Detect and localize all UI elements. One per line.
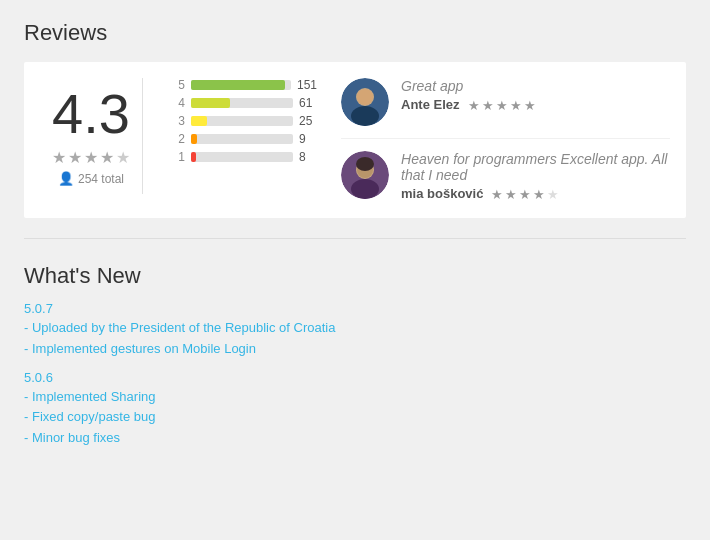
bar-chart: 51514613252918 [175, 78, 317, 164]
bar-fill-5 [191, 80, 285, 90]
rating-summary: 4.3 ★ ★ ★ ★ ★ 👤 254 total [40, 78, 143, 194]
bar-value-4: 61 [299, 96, 317, 110]
reviews-list: Great app Ante Elez ★ ★ ★ ★ ★ [341, 78, 670, 202]
bar-label-5: 5 [175, 78, 185, 92]
whats-new-section: What's New 5.0.7- Uploaded by the Presid… [24, 259, 686, 463]
whats-new-content: 5.0.7- Uploaded by the President of the … [24, 301, 686, 449]
version-item: - Minor bug fixes [24, 428, 686, 449]
bar-track-2 [191, 134, 293, 144]
review-content-2: Heaven for programmers Excellent app. Al… [401, 151, 670, 202]
rating-score: 4.3 [52, 86, 130, 142]
version-item: - Implemented Sharing [24, 387, 686, 408]
bar-value-2: 9 [299, 132, 317, 146]
review-item-2: Heaven for programmers Excellent app. Al… [341, 151, 670, 202]
bar-value-3: 25 [299, 114, 317, 128]
bar-fill-4 [191, 98, 230, 108]
version-number: 5.0.7 [24, 301, 686, 316]
review-meta-2: mia bošković ★ ★ ★ ★ ★ [401, 185, 670, 202]
review-title-text-1: Great app [401, 78, 463, 94]
bar-row-3: 325 [175, 114, 317, 128]
r2-star-3: ★ [519, 187, 531, 202]
bar-fill-1 [191, 152, 196, 162]
r2-star-2: ★ [505, 187, 517, 202]
section-divider [24, 238, 686, 239]
reviews-title: Reviews [24, 20, 686, 46]
bar-track-3 [191, 116, 293, 126]
bar-fill-3 [191, 116, 207, 126]
r1-star-2: ★ [482, 98, 494, 113]
bar-label-3: 3 [175, 114, 185, 128]
bar-row-1: 18 [175, 150, 317, 164]
review-content-1: Great app Ante Elez ★ ★ ★ ★ ★ [401, 78, 536, 113]
reviewer-name-1: Ante Elez [401, 97, 460, 112]
person-icon: 👤 [58, 171, 74, 186]
svg-point-6 [351, 179, 379, 199]
version-number: 5.0.6 [24, 370, 686, 385]
avatar-1 [341, 78, 389, 126]
svg-point-8 [356, 157, 374, 171]
r1-star-1: ★ [468, 98, 480, 113]
review-stars-2: ★ ★ ★ ★ ★ [491, 187, 559, 202]
svg-point-2 [351, 106, 379, 126]
bar-row-5: 5151 [175, 78, 317, 92]
review-title-text-2: Heaven for programmers [401, 151, 557, 167]
bar-fill-2 [191, 134, 197, 144]
r1-star-5: ★ [524, 98, 536, 113]
bar-label-4: 4 [175, 96, 185, 110]
bar-track-5 [191, 80, 291, 90]
review-title-1: Great app [401, 78, 536, 94]
whats-new-title: What's New [24, 263, 686, 289]
version-item: - Uploaded by the President of the Repub… [24, 318, 686, 339]
bar-value-5: 151 [297, 78, 317, 92]
star-3: ★ [84, 148, 98, 167]
avatar-2 [341, 151, 389, 199]
version-block-5-0.6: 5.0.6- Implemented Sharing- Fixed copy/p… [24, 370, 686, 449]
total-count: 👤 254 total [58, 171, 124, 186]
r1-star-4: ★ [510, 98, 522, 113]
bar-row-2: 29 [175, 132, 317, 146]
review-item-1: Great app Ante Elez ★ ★ ★ ★ ★ [341, 78, 670, 139]
review-stars-1: ★ ★ ★ ★ ★ [468, 98, 536, 113]
rating-stars: ★ ★ ★ ★ ★ [52, 148, 130, 167]
bar-label-1: 1 [175, 150, 185, 164]
r2-star-1: ★ [491, 187, 503, 202]
star-2: ★ [68, 148, 82, 167]
review-meta-1: Ante Elez ★ ★ ★ ★ ★ [401, 96, 536, 113]
bar-track-1 [191, 152, 293, 162]
bar-label-2: 2 [175, 132, 185, 146]
bar-value-1: 8 [299, 150, 317, 164]
review-title-2: Heaven for programmers Excellent app. Al… [401, 151, 670, 183]
star-4: ★ [100, 148, 114, 167]
total-count-label: 254 total [78, 172, 124, 186]
page: Reviews 4.3 ★ ★ ★ ★ ★ 👤 254 total 515146… [0, 0, 710, 483]
r1-star-3: ★ [496, 98, 508, 113]
svg-point-3 [357, 89, 373, 105]
version-item: - Fixed copy/paste bug [24, 407, 686, 428]
star-1: ★ [52, 148, 66, 167]
star-5: ★ [116, 148, 130, 167]
version-block-5-0.7: 5.0.7- Uploaded by the President of the … [24, 301, 686, 360]
bar-track-4 [191, 98, 293, 108]
r2-star-5: ★ [547, 187, 559, 202]
reviews-section: 4.3 ★ ★ ★ ★ ★ 👤 254 total 51514613252918 [24, 62, 686, 218]
r2-star-4: ★ [533, 187, 545, 202]
reviewer-name-2: mia bošković [401, 186, 483, 201]
bar-row-4: 461 [175, 96, 317, 110]
version-item: - Implemented gestures on Mobile Login [24, 339, 686, 360]
